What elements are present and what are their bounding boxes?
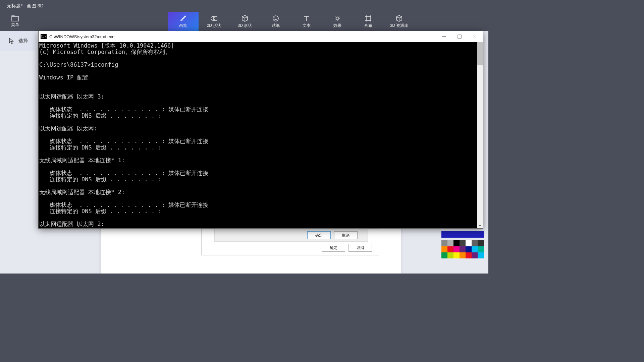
color-swatch[interactable] (466, 240, 472, 246)
tab-3d-shape[interactable]: 3D 形状 (229, 12, 260, 31)
svg-point-1 (211, 16, 215, 20)
text-icon (303, 15, 310, 22)
effect-icon (334, 15, 341, 22)
svg-rect-6 (458, 35, 461, 38)
cmd-title: C:\WINDOWS\system32\cmd.exe (49, 34, 436, 39)
ok-button[interactable]: 确定 (307, 231, 331, 239)
tab-text[interactable]: 文本 (291, 12, 322, 31)
color-swatch[interactable] (441, 252, 447, 258)
cancel-button[interactable]: 取消 (334, 231, 358, 239)
scroll-down-icon[interactable] (477, 223, 483, 228)
cancel-button-2[interactable]: 取消 (348, 244, 372, 252)
svg-rect-0 (12, 16, 18, 21)
color-swatch[interactable] (453, 240, 460, 246)
brush-icon (179, 15, 187, 22)
color-swatch[interactable] (466, 246, 472, 252)
cmd-icon: C:\ (41, 34, 47, 39)
maximize-button[interactable] (452, 31, 467, 42)
shape2d-icon (210, 15, 218, 22)
tab-effect[interactable]: 效果 (322, 12, 353, 31)
tab-canvas[interactable]: 画布 (353, 12, 384, 31)
color-swatch[interactable] (478, 246, 484, 252)
color-palette (441, 231, 484, 258)
folder-icon (11, 15, 19, 21)
color-swatch[interactable] (478, 240, 484, 246)
tab-3d-library[interactable]: 3D 资源库 (384, 12, 415, 31)
color-swatch[interactable] (460, 240, 466, 246)
tab-2d-shape[interactable]: 2D 形状 (199, 12, 229, 31)
app-title-bar: 无标题* - 画图 3D (0, 0, 488, 12)
cmd-titlebar[interactable]: C:\ C:\WINDOWS\system32\cmd.exe (39, 31, 483, 42)
library-icon (395, 15, 403, 22)
color-swatch[interactable] (453, 246, 460, 252)
color-swatch[interactable] (447, 252, 453, 258)
color-swatch[interactable] (460, 252, 466, 258)
sticker-icon (272, 15, 279, 22)
cursor-icon (8, 38, 14, 44)
toolbar-tabs: 画笔 2D 形状 3D 形状 贴纸 文本 效果 画布 3D 资源库 (168, 12, 415, 31)
tab-brush[interactable]: 画笔 (168, 12, 199, 31)
color-swatch[interactable] (472, 246, 478, 252)
color-swatch[interactable] (472, 240, 478, 246)
close-icon (473, 35, 477, 39)
top-toolbar: 菜单 画笔 2D 形状 3D 形状 贴纸 文本 效果 画布 (0, 12, 488, 31)
maximize-icon (458, 35, 462, 39)
shape3d-icon (241, 15, 249, 22)
tab-label: 效果 (333, 23, 341, 28)
tab-label: 画布 (364, 23, 372, 28)
tab-label: 文本 (303, 23, 311, 28)
dialog-inner: 确定 取消 (214, 228, 368, 242)
color-swatch[interactable] (453, 252, 460, 258)
app-title: 无标题* - 画图 3D (7, 3, 44, 9)
tab-label: 画笔 (179, 23, 187, 28)
color-swatch[interactable] (447, 246, 453, 252)
svg-point-3 (273, 16, 278, 21)
svg-point-4 (336, 17, 339, 20)
select-button[interactable]: 选择 (0, 31, 36, 51)
minimize-button[interactable] (436, 31, 452, 42)
color-swatch[interactable] (441, 240, 447, 246)
minimize-icon (442, 35, 446, 39)
menu-label: 菜单 (11, 22, 19, 28)
cmd-scrollbar[interactable] (477, 42, 483, 228)
select-label: 选择 (18, 38, 28, 44)
color-swatch[interactable] (460, 246, 466, 252)
cmd-output[interactable]: Microsoft Windows [版本 10.0.19042.1466] (… (39, 42, 483, 228)
ok-button-2[interactable]: 确定 (322, 244, 345, 252)
color-swatch[interactable] (466, 252, 472, 258)
color-swatch[interactable] (478, 252, 484, 258)
close-button[interactable] (467, 31, 483, 42)
tab-label: 3D 资源库 (390, 23, 409, 28)
tab-label: 2D 形状 (207, 23, 221, 28)
cmd-window: C:\ C:\WINDOWS\system32\cmd.exe Microsof… (38, 31, 483, 229)
tab-label: 贴纸 (272, 23, 280, 28)
dialog-outer: 确定 取消 确定 取消 (201, 229, 379, 255)
color-swatch[interactable] (441, 246, 447, 252)
menu-button[interactable]: 菜单 (0, 12, 30, 31)
tab-label: 3D 形状 (238, 23, 252, 28)
svg-rect-5 (366, 16, 370, 20)
tab-sticker[interactable]: 贴纸 (260, 12, 291, 31)
palette-grid (441, 240, 484, 258)
color-swatch[interactable] (447, 240, 453, 246)
canvas-icon (365, 15, 372, 22)
cmd-scroll-thumb[interactable] (477, 42, 483, 65)
color-swatch[interactable] (472, 252, 478, 258)
current-color-swatch[interactable] (441, 231, 484, 238)
